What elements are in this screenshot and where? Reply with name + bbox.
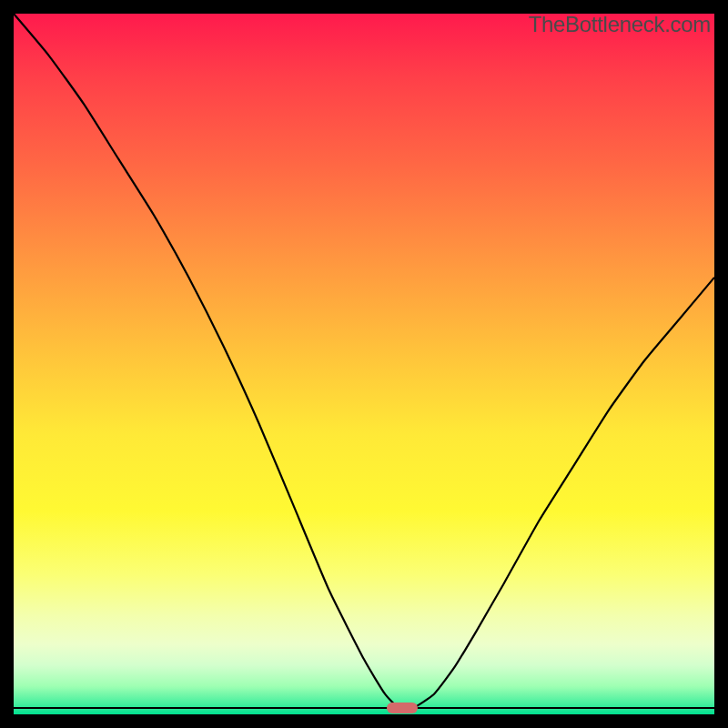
optimal-marker [387, 703, 418, 713]
baseline [14, 707, 714, 709]
bottleneck-curve [14, 14, 714, 714]
chart-plot-area: TheBottleneck.com [14, 14, 714, 714]
curve-path [14, 14, 714, 709]
